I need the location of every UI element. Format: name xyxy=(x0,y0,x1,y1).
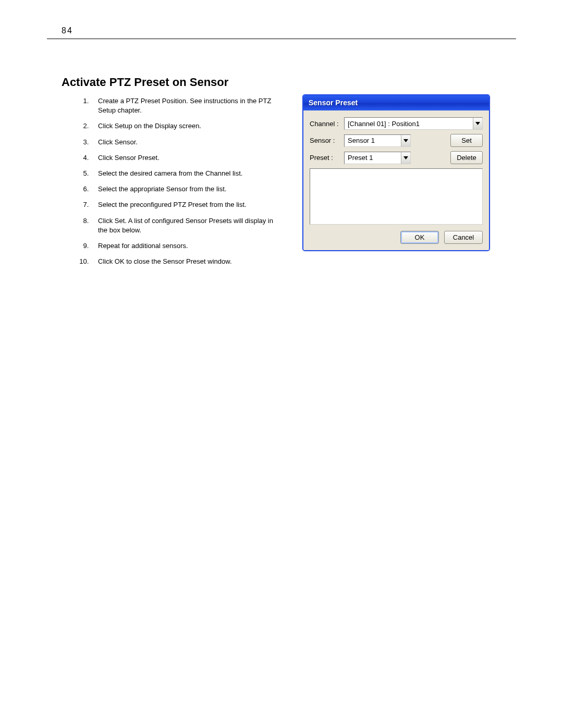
ok-button[interactable]: OK xyxy=(400,231,439,244)
sensor-combobox[interactable]: Sensor 1 xyxy=(344,134,411,147)
section-heading: Activate PTZ Preset on Sensor xyxy=(62,76,516,89)
step-item: Click Sensor. xyxy=(91,138,282,147)
instruction-list: Create a PTZ Preset Position. See instru… xyxy=(73,94,282,273)
step-item: Select the desired camera from the Chann… xyxy=(91,169,282,178)
step-item: Click Sensor Preset. xyxy=(91,153,282,163)
chevron-down-icon[interactable] xyxy=(401,135,410,146)
delete-button[interactable]: Delete xyxy=(450,151,483,164)
step-item: Select the appropriate Sensor from the l… xyxy=(91,184,282,194)
sensor-preset-dialog: Sensor Preset Channel : [Channel 01] : P… xyxy=(302,94,490,251)
preset-combobox[interactable]: Preset 1 xyxy=(344,152,411,164)
channel-label: Channel : xyxy=(310,120,344,128)
step-item: Create a PTZ Preset Position. See instru… xyxy=(91,96,282,115)
channel-combobox[interactable]: [Channel 01] : Position1 xyxy=(344,117,483,130)
sensor-value: Sensor 1 xyxy=(345,137,401,144)
preset-value: Preset 1 xyxy=(345,154,401,162)
svg-marker-0 xyxy=(475,122,480,125)
header-divider xyxy=(47,39,516,39)
step-item: Repeat for additional sensors. xyxy=(91,241,282,251)
chevron-down-icon[interactable] xyxy=(473,118,482,129)
cancel-button[interactable]: Cancel xyxy=(444,231,483,244)
svg-marker-2 xyxy=(403,156,408,159)
dialog-titlebar[interactable]: Sensor Preset xyxy=(303,95,489,110)
dialog-title: Sensor Preset xyxy=(309,98,358,107)
channel-value: [Channel 01] : Position1 xyxy=(345,120,473,128)
preset-label: Preset : xyxy=(310,154,344,162)
page-number: 84 xyxy=(62,26,516,35)
sensor-label: Sensor : xyxy=(310,137,344,144)
chevron-down-icon[interactable] xyxy=(401,152,410,164)
svg-marker-1 xyxy=(403,139,408,142)
step-item: Click Setup on the Display screen. xyxy=(91,121,282,131)
set-button[interactable]: Set xyxy=(450,134,483,147)
step-item: Select the preconfigured PTZ Preset from… xyxy=(91,200,282,209)
step-item: Click OK to close the Sensor Preset wind… xyxy=(91,257,282,266)
step-item: Click Set. A list of configured Sensor P… xyxy=(91,216,282,235)
preset-listbox[interactable] xyxy=(310,168,483,225)
